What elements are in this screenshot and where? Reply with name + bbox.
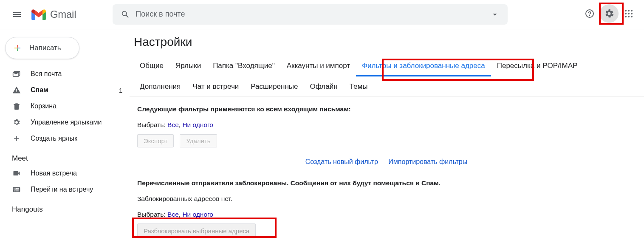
select-all-link[interactable]: Все [167,121,179,128]
sidebar-item-trash[interactable]: Корзина [0,98,130,114]
settings-tab[interactable]: Ярлыки [169,57,207,76]
delete-button[interactable]: Удалить [180,134,217,147]
blocked-select-line: Выбрать: Все, Ни одного [137,209,636,219]
video-icon [12,169,21,178]
sidebar-item-label: Вся почта [31,70,62,78]
select-none-link[interactable]: Ни одного [182,121,213,128]
sidebar-item-count: 1 [119,87,122,94]
gmail-logo-text: Gmail [50,8,76,20]
sidebar-item-create-label[interactable]: Создать ярлык [0,130,130,147]
sidebar-item-label: Управление ярлыками [31,119,102,126]
search-input[interactable] [135,9,486,19]
sidebar-item-manage-labels[interactable]: Управление ярлыками [0,114,130,130]
compose-label: Написать [29,44,61,52]
settings-tab[interactable]: Темы [344,78,374,96]
plus-small-icon [12,134,21,143]
sidebar-item-label: Спам [31,86,48,94]
search-options-button[interactable] [486,5,504,24]
svg-point-8 [631,16,633,17]
sidebar-item-label: Корзина [31,102,56,110]
gmail-logo[interactable]: Gmail [31,8,76,20]
select-prefix: Выбрать: [137,121,167,128]
settings-tab[interactable]: Общие [134,57,169,76]
stacked-mail-icon [12,70,21,78]
meet-section-title: Meet [0,147,130,165]
hangouts-section-title: Hangouts [0,198,130,216]
apps-grid-icon [624,8,634,19]
settings-tabs-row-1: ОбщиеЯрлыкиПапка "Входящие"Аккаунты и им… [130,57,644,76]
svg-point-0 [625,10,627,11]
settings-tab[interactable]: Пересылка и POP/IMAP [491,57,584,76]
keyboard-icon [12,185,21,194]
settings-tab[interactable]: Папка "Входящие" [207,57,281,76]
sidebar-item-join-meeting[interactable]: Перейти на встречу [0,181,130,198]
settings-tab[interactable]: Фильтры и заблокированные адреса [356,57,491,76]
plus-icon [11,42,23,54]
support-button[interactable] [580,4,599,23]
svg-point-4 [628,13,630,14]
settings-tab[interactable]: Дополнения [134,78,186,96]
svg-point-2 [631,10,633,11]
svg-point-5 [631,13,633,14]
settings-title: Настройки [130,35,644,49]
hamburger-icon [12,9,22,20]
settings-tab[interactable]: Чат и встречи [186,78,245,96]
sidebar-item-all-mail[interactable]: Вся почта [0,66,130,82]
spam-icon [12,86,21,94]
search-bar [113,4,508,25]
unblock-button[interactable]: Разблокировать выбранные адреса [137,223,256,238]
gear-icon [604,8,614,19]
export-button[interactable]: Экспорт [137,134,174,147]
compose-button[interactable]: Написать [5,37,79,59]
settings-tab[interactable]: Расширенные [245,78,304,96]
svg-point-1 [628,10,630,11]
blocked-heading: Перечисленные отправители заблокированы.… [137,178,636,188]
import-filters-link[interactable]: Импортировать фильтры [388,158,467,165]
settings-tab[interactable]: Офлайн [304,78,344,96]
select-none-blocked-link[interactable]: Ни одного [182,211,213,218]
help-icon [585,8,595,19]
caret-down-icon [490,10,500,19]
sidebar-item-spam[interactable]: Спам 1 [0,82,130,98]
sidebar-item-label: Создать ярлык [31,135,77,142]
svg-point-6 [625,16,627,17]
svg-point-7 [628,16,630,17]
create-filter-link[interactable]: Создать новый фильтр [305,158,378,165]
select-all-blocked-link[interactable]: Все [167,211,179,218]
settings-tab[interactable]: Аккаунты и импорт [281,57,356,76]
settings-tabs-row-2: ДополненияЧат и встречиРасширенныеОфлайн… [130,78,644,96]
google-apps-button[interactable] [619,4,638,23]
settings-button[interactable] [600,4,619,23]
gear-small-icon [12,118,21,127]
svg-point-3 [625,13,627,14]
select-prefix: Выбрать: [137,211,167,218]
search-icon [121,10,130,19]
sidebar-item-label: Перейти на встречу [31,186,93,193]
gmail-logo-icon [31,9,46,20]
blocked-status: Заблокированных адресов нет. [137,194,636,204]
sidebar-item-new-meeting[interactable]: Новая встреча [0,165,130,181]
filters-heading: Следующие фильтры применяются ко всем вх… [137,104,636,114]
sidebar: Написать Вся почта Спам 1 Корзина Управл… [0,29,130,246]
filters-select-line: Выбрать: Все, Ни одного [137,120,636,130]
search-button[interactable] [116,5,135,24]
main-menu-button[interactable] [7,4,27,25]
trash-icon [12,102,21,110]
sidebar-item-label: Новая встреча [31,170,77,177]
settings-panel: Настройки ОбщиеЯрлыкиПапка "Входящие"Акк… [130,29,644,246]
